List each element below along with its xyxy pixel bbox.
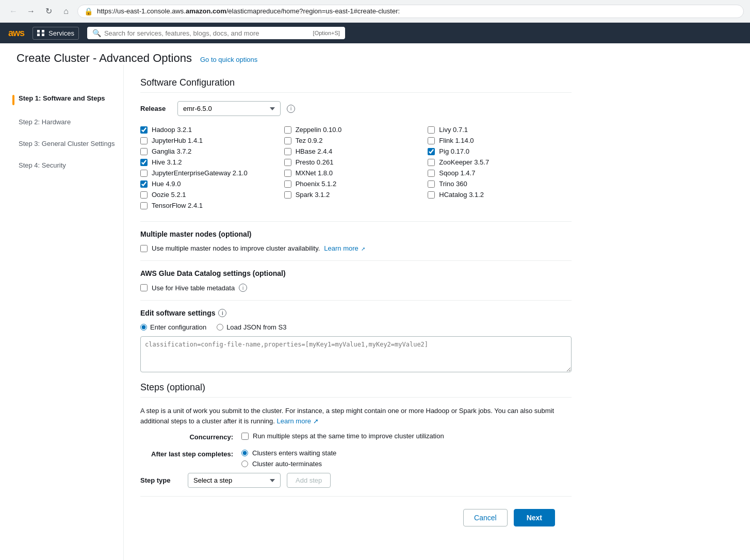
aws-navigation: aws Services 🔍 [Option+S] xyxy=(0,23,750,43)
steps-learn-more[interactable]: Learn more ➚ xyxy=(277,417,319,425)
software-item-tensorflow: TensorFlow 2.4.1 xyxy=(140,200,284,211)
zeppelin-checkbox[interactable] xyxy=(284,126,291,134)
concurrency-checkbox[interactable] xyxy=(241,433,249,440)
back-button[interactable]: ← xyxy=(6,4,21,19)
quick-options-link[interactable]: Go to quick options xyxy=(200,56,257,63)
next-button[interactable]: Next xyxy=(514,509,555,526)
hive-label[interactable]: Hive 3.1.2 xyxy=(152,158,182,166)
jupyterentgw-label[interactable]: JupyterEnterpriseGateway 2.1.0 xyxy=(152,169,248,177)
step-type-select[interactable]: Select a step Custom JAR Hive script Spa… xyxy=(188,473,281,488)
oozie-label[interactable]: Oozie 5.2.1 xyxy=(152,191,186,199)
tensorflow-label[interactable]: TensorFlow 2.4.1 xyxy=(152,202,203,209)
forward-button[interactable]: → xyxy=(24,4,38,19)
sidebar-steps: Step 1: Software and Steps Step 2: Hardw… xyxy=(12,90,123,175)
ganglia-checkbox[interactable] xyxy=(140,148,148,155)
page-title: Create Cluster - Advanced Options xyxy=(17,52,192,65)
sqoop-checkbox[interactable] xyxy=(428,170,435,177)
edit-software-info-icon[interactable]: i xyxy=(218,309,226,317)
mxnet-label[interactable]: MXNet 1.8.0 xyxy=(296,169,333,177)
search-input[interactable] xyxy=(104,29,310,37)
reload-button[interactable]: ↻ xyxy=(41,4,56,19)
phoenix-checkbox[interactable] xyxy=(284,180,291,188)
release-select[interactable]: emr-6.5.0 emr-6.4.0 emr-6.3.0 emr-5.33.0 xyxy=(177,101,281,116)
search-icon: 🔍 xyxy=(92,29,101,37)
cancel-button[interactable]: Cancel xyxy=(463,509,508,526)
hue-checkbox[interactable] xyxy=(140,180,148,188)
edit-software-radio-group: Enter configuration Load JSON from S3 xyxy=(140,323,572,331)
phoenix-label[interactable]: Phoenix 5.1.2 xyxy=(296,180,337,188)
release-info-icon[interactable]: i xyxy=(287,105,295,113)
load-s3-label[interactable]: Load JSON from S3 xyxy=(226,323,286,331)
spark-label[interactable]: Spark 3.1.2 xyxy=(296,191,330,199)
software-item-livy: Livy 0.7.1 xyxy=(428,124,572,135)
ganglia-label[interactable]: Ganglia 3.7.2 xyxy=(152,147,191,155)
hue-label[interactable]: Hue 4.9.0 xyxy=(152,180,181,188)
enter-config-label[interactable]: Enter configuration xyxy=(150,323,206,331)
glue-hive-label[interactable]: Use for Hive table metadata xyxy=(152,284,235,292)
hcatalog-label[interactable]: HCatalog 3.1.2 xyxy=(439,191,484,199)
sidebar-step-1[interactable]: Step 1: Software and Steps xyxy=(12,90,123,109)
concurrency-checkbox-label[interactable]: Run multiple steps at the same time to i… xyxy=(253,432,444,440)
livy-checkbox[interactable] xyxy=(428,126,435,134)
tez-label[interactable]: Tez 0.9.2 xyxy=(296,137,323,144)
sidebar-step-2[interactable]: Step 2: Hardware xyxy=(12,113,123,131)
add-step-button[interactable]: Add step xyxy=(287,473,331,488)
multi-master-checkbox[interactable] xyxy=(140,245,148,252)
hive-checkbox[interactable] xyxy=(140,159,148,166)
aws-search-bar[interactable]: 🔍 [Option+S] xyxy=(87,27,345,39)
hadoop-checkbox[interactable] xyxy=(140,126,148,134)
livy-label[interactable]: Livy 0.7.1 xyxy=(439,126,468,134)
multiple-master-learn-more[interactable]: Learn more ➚ xyxy=(324,244,365,252)
sidebar-step-3[interactable]: Step 3: General Cluster Settings xyxy=(12,135,123,153)
hcatalog-checkbox[interactable] xyxy=(428,191,435,199)
services-button[interactable]: Services xyxy=(32,27,79,40)
jupyterhub-label[interactable]: JupyterHub 1.4.1 xyxy=(152,137,203,144)
software-item-jupyterhub: JupyterHub 1.4.1 xyxy=(140,135,284,146)
config-textarea[interactable] xyxy=(140,336,572,372)
hbase-label[interactable]: HBase 2.4.4 xyxy=(296,147,333,155)
sidebar-step-4[interactable]: Step 4: Security xyxy=(12,157,123,174)
tensorflow-checkbox[interactable] xyxy=(140,202,148,209)
oozie-checkbox[interactable] xyxy=(140,191,148,199)
radio-load-s3: Load JSON from S3 xyxy=(217,323,286,331)
zeppelin-label[interactable]: Zeppelin 0.10.0 xyxy=(296,126,342,134)
hadoop-label[interactable]: Hadoop 3.2.1 xyxy=(152,126,192,134)
glue-settings-title: AWS Glue Data Catalog settings (optional… xyxy=(140,269,572,277)
jupyterentgw-checkbox[interactable] xyxy=(140,170,148,177)
auto-terminate-label[interactable]: Cluster auto-terminates xyxy=(252,460,322,468)
glue-hive-checkbox[interactable] xyxy=(140,284,148,291)
mxnet-checkbox[interactable] xyxy=(284,170,291,177)
glue-info-icon[interactable]: i xyxy=(239,284,247,292)
software-item-hive: Hive 3.1.2 xyxy=(140,157,284,168)
waiting-state-label[interactable]: Clusters enters waiting state xyxy=(252,449,336,457)
hbase-checkbox[interactable] xyxy=(284,148,291,155)
spark-checkbox[interactable] xyxy=(284,191,291,199)
jupyterhub-checkbox[interactable] xyxy=(140,137,148,144)
enter-config-radio[interactable] xyxy=(140,324,147,331)
zookeeper-label[interactable]: ZooKeeper 3.5.7 xyxy=(439,158,489,166)
zookeeper-checkbox[interactable] xyxy=(428,159,435,166)
load-s3-radio[interactable] xyxy=(217,324,223,331)
concurrency-row: Concurrency: Run multiple steps at the s… xyxy=(140,432,572,444)
grid-icon xyxy=(37,29,45,37)
flink-label[interactable]: Flink 1.14.0 xyxy=(439,137,474,144)
home-button[interactable]: ⌂ xyxy=(59,4,73,19)
tez-checkbox[interactable] xyxy=(284,137,291,144)
presto-checkbox[interactable] xyxy=(284,159,291,166)
software-item-sqoop: Sqoop 1.4.7 xyxy=(428,168,572,178)
presto-label[interactable]: Presto 0.261 xyxy=(296,158,334,166)
trino-label[interactable]: Trino 360 xyxy=(439,180,467,188)
pig-checkbox[interactable] xyxy=(428,148,435,155)
browser-nav-buttons: ← → ↻ ⌂ xyxy=(6,4,73,19)
step3-label: Step 3: General Cluster Settings xyxy=(19,139,115,149)
sqoop-label[interactable]: Sqoop 1.4.7 xyxy=(439,169,475,177)
software-col-2: Zeppelin 0.10.0 Tez 0.9.2 HBase 2.4.4 xyxy=(284,124,428,211)
trino-checkbox[interactable] xyxy=(428,180,435,188)
pig-label[interactable]: Pig 0.17.0 xyxy=(439,147,469,155)
software-item-flink: Flink 1.14.0 xyxy=(428,135,572,146)
waiting-state-radio[interactable] xyxy=(241,450,248,456)
multi-master-label[interactable]: Use multiple master nodes to improve clu… xyxy=(152,244,320,252)
address-bar[interactable]: 🔒 https://us-east-1.console.aws.amazon.c… xyxy=(77,5,744,18)
flink-checkbox[interactable] xyxy=(428,137,435,144)
auto-terminate-radio[interactable] xyxy=(241,460,248,467)
